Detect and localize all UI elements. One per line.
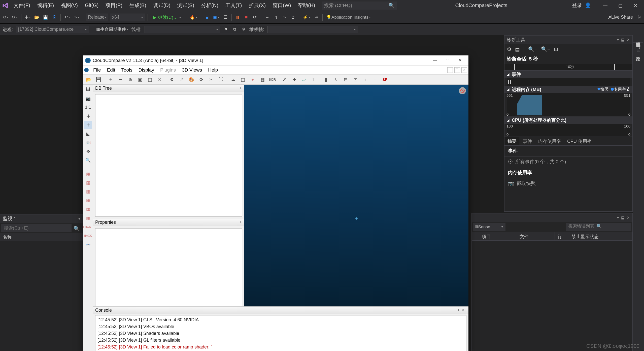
undo-button[interactable]: ↶	[63, 14, 71, 21]
redo-button[interactable]: ↷	[73, 14, 80, 21]
view-right-icon[interactable]: ▦	[84, 214, 92, 222]
cc-mdi-restore-icon[interactable]: ❐	[454, 67, 460, 73]
platform-combo[interactable]: x64	[110, 14, 145, 21]
dropdown-icon[interactable]: ▾	[617, 215, 619, 220]
diagnostics-timeline[interactable]: 10秒	[504, 64, 632, 71]
save-button[interactable]: 💾	[42, 14, 49, 21]
delete-icon[interactable]: ✕	[155, 76, 164, 84]
global-search[interactable]: 搜索 (Ctrl+Q) 🔍	[322, 2, 397, 10]
zoom-icon[interactable]: 🔍	[84, 156, 92, 164]
sf-prev-icon[interactable]: ⊟	[341, 76, 350, 84]
continue-button[interactable]: ▶ 继续(C)… ▾	[150, 14, 183, 20]
crop-icon[interactable]: ✂	[207, 76, 216, 84]
step-over-button[interactable]: ↷	[281, 14, 288, 21]
menu-build[interactable]: 生成(B)	[126, 2, 150, 9]
sf-del-icon[interactable]: －	[370, 76, 380, 84]
view-top-icon[interactable]: ▦	[84, 170, 92, 178]
sor-button[interactable]: SOR	[268, 76, 277, 84]
camera-icon[interactable]: 📷	[84, 94, 92, 103]
error-search[interactable]: 搜索错误列表 🔍	[566, 223, 631, 231]
window-close-button[interactable]: ✕	[628, 0, 643, 11]
watch-panel-title[interactable]: 监视 1 ▾	[0, 214, 83, 223]
view-front-icon[interactable]: ▦	[84, 187, 92, 196]
undock-icon[interactable]: ❐	[238, 220, 242, 225]
menu-view[interactable]: 视图(V)	[57, 2, 81, 9]
normals-icon[interactable]: ↗	[177, 76, 186, 84]
colors-icon[interactable]: 🎨	[187, 76, 196, 84]
live-share-button[interactable]: ↗ Live Share	[606, 14, 634, 21]
cc-menu-help[interactable]: Help	[205, 67, 221, 73]
view-left-icon[interactable]: ▦	[84, 205, 92, 213]
stackframe-combo[interactable]	[267, 26, 358, 33]
watch-search-input[interactable]	[1, 224, 72, 232]
fullscreen-icon[interactable]: ⛶	[216, 76, 225, 84]
tab-cpu[interactable]: CPU 使用率	[564, 137, 595, 145]
col-project[interactable]: 项目	[479, 232, 517, 240]
mesh-icon[interactable]: ◫	[238, 76, 247, 84]
cc-menu-plugins[interactable]: Plugins	[157, 67, 179, 73]
menu-debug[interactable]: 调试(D)	[150, 2, 174, 9]
console-body[interactable]: [12:45:52] [3D View 1] GLSL Version: 4.6…	[95, 315, 466, 351]
checker-icon[interactable]: ▦	[258, 76, 267, 84]
col-suppress[interactable]: 禁止显示状态	[569, 232, 632, 240]
browser-button[interactable]: 🖥	[204, 14, 211, 21]
restart-button[interactable]: ⟳	[251, 14, 258, 21]
cloud-icon[interactable]: ☁	[228, 76, 238, 84]
menu-window[interactable]: 窗口(W)	[269, 2, 294, 9]
close-icon[interactable]: ✕	[627, 215, 630, 220]
cc-menu-display[interactable]: Display	[135, 67, 157, 73]
menu-git[interactable]: Git(G)	[81, 3, 102, 8]
pivot-icon[interactable]: ✛	[84, 121, 92, 129]
threads-icon[interactable]: ⧉	[231, 26, 238, 33]
zoom-in-icon[interactable]: 🔍+	[528, 46, 537, 52]
menu-project[interactable]: 项目(P)	[102, 2, 126, 9]
hot-reload-icon[interactable]: 🔥	[189, 14, 198, 21]
saveall-button[interactable]: 🗄	[51, 14, 58, 21]
cc-menu-tools[interactable]: Tools	[118, 67, 135, 73]
intellisense-combo[interactable]: lliSense	[473, 223, 505, 231]
menu-test[interactable]: 测试(S)	[174, 2, 198, 9]
cc-minimize-button[interactable]: —	[429, 55, 441, 65]
book-icon[interactable]: 📖	[84, 139, 92, 147]
cc-close-button[interactable]: ✕	[454, 55, 466, 65]
filter-button[interactable]: ⚡	[302, 14, 311, 21]
feedback-icon[interactable]: ⚐	[635, 14, 642, 21]
pick-icon[interactable]: ⌖	[106, 76, 115, 84]
stop-button[interactable]: ■	[243, 14, 250, 21]
menu-edit[interactable]: 编辑(E)	[34, 2, 58, 9]
reset-view-icon[interactable]: 1:1	[84, 103, 92, 111]
flag-icon[interactable]: ⚑	[222, 26, 229, 33]
search-icon[interactable]: 🔍	[72, 224, 82, 232]
open-icon[interactable]: 📂	[84, 76, 93, 84]
statistics-icon[interactable]: ፨	[309, 76, 318, 84]
col-blank[interactable]	[472, 232, 479, 240]
cc-menu-3dviews[interactable]: 3D Views	[179, 67, 205, 73]
watch-column-name[interactable]: 名称	[0, 233, 83, 241]
config-combo[interactable]: Release	[86, 14, 108, 21]
tab-summary[interactable]: 摘要	[504, 137, 520, 145]
stereo-icon[interactable]: 👓	[84, 240, 92, 248]
menu-tools[interactable]: 工具(T)	[222, 2, 246, 9]
view-back-icon[interactable]: ▦	[84, 196, 92, 204]
picture-icon[interactable]: 🖼	[84, 86, 92, 94]
pin-icon[interactable]: ⬓	[621, 215, 625, 220]
cc-maximize-button[interactable]: ▢	[441, 55, 454, 65]
window-layout-button[interactable]: ▣	[212, 14, 220, 21]
console-title[interactable]: Console ❐✕	[93, 307, 468, 314]
triangle-icon[interactable]: ◣	[84, 130, 92, 138]
tab-solution-explorer[interactable]: 解决方案资源管理器	[633, 35, 643, 43]
goto-button[interactable]: ⇥	[313, 14, 320, 21]
view-bottom-icon[interactable]: ▦	[84, 179, 92, 187]
diagnostics-title[interactable]: 诊断工具 ▾⬓✕	[504, 36, 632, 44]
close-icon[interactable]: ✕	[627, 38, 630, 42]
undock-icon[interactable]: ❐	[456, 308, 460, 313]
rotate-icon[interactable]: ⟳	[197, 76, 206, 84]
col-file[interactable]: 文件	[517, 232, 555, 240]
move-icon[interactable]: ✥	[84, 147, 92, 155]
dropdown-icon[interactable]: ▾	[617, 38, 619, 42]
menu-extensions[interactable]: 扩展(X)	[245, 2, 269, 9]
cc-titlebar[interactable]: CloudCompare v2.11.3 (Anoia) [64-bit] - …	[83, 55, 468, 66]
error-list-title[interactable]: ▾⬓✕	[472, 213, 632, 222]
all-events-row[interactable]: ⦿ 所有事件(0 个，共 0 个)	[504, 156, 632, 167]
lifecycle-events-button[interactable]: ▦ 生命周期事件	[95, 26, 129, 33]
